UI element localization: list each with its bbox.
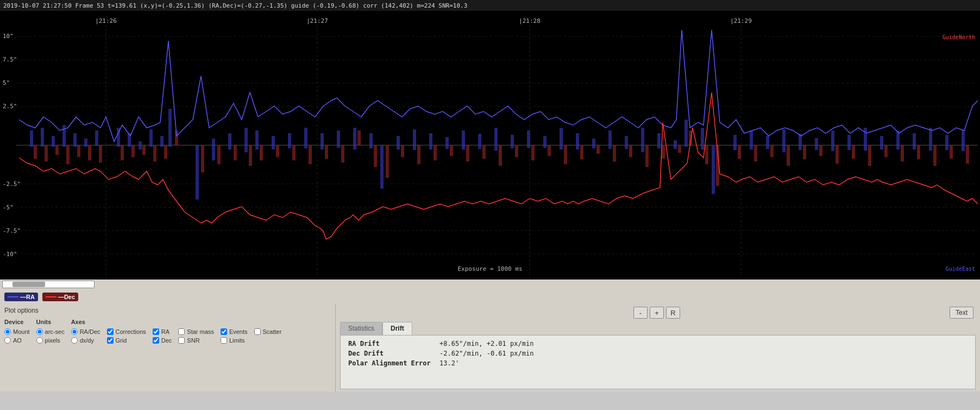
svg-rect-120	[450, 145, 453, 156]
svg-rect-92	[45, 145, 48, 161]
units-arcsec-radio[interactable]	[36, 328, 43, 335]
ra-drift-label: RA Drift	[348, 340, 435, 347]
scrollbar-track[interactable]	[2, 281, 95, 288]
tabs-area: Statistics Drift	[340, 322, 976, 335]
events-checkbox[interactable]	[221, 328, 227, 335]
dec-checkbox[interactable]	[153, 337, 159, 344]
legend-ra-label: —RA	[20, 294, 35, 300]
legend-ra: —RA	[4, 293, 38, 301]
svg-text:-10": -10"	[3, 251, 17, 258]
svg-text:|21:29: |21:29	[730, 17, 752, 24]
svg-rect-151	[950, 145, 953, 159]
dec-option[interactable]: Dec	[153, 337, 172, 344]
svg-rect-46	[255, 131, 259, 150]
svg-rect-124	[515, 145, 518, 157]
svg-rect-70	[641, 128, 644, 152]
svg-rect-62	[511, 135, 514, 148]
svg-rect-33	[73, 133, 77, 147]
svg-rect-87	[913, 133, 916, 150]
snr-option[interactable]: SNR	[178, 337, 214, 344]
corrections-option[interactable]: Corrections	[107, 328, 146, 335]
svg-rect-66	[576, 133, 579, 150]
polar-error-label: Polar Alignment Error	[348, 359, 435, 367]
chart-svg: 10" 7.5" 5" 2.5" -2.5" -5" -7.5" -10" |2…	[0, 11, 980, 279]
dec-line-indicator	[46, 296, 56, 297]
svg-text:5": 5"	[3, 79, 10, 86]
drift-tab[interactable]: Drift	[382, 322, 412, 335]
dec-drift-label: Dec Drift	[348, 350, 435, 357]
axes-radec-label: RA/Dec	[80, 328, 100, 335]
svg-rect-73	[684, 120, 688, 147]
svg-rect-84	[864, 128, 867, 151]
ra-drift-row: RA Drift +8.65"/min, +2.01 px/min	[348, 340, 968, 347]
svg-rect-110	[292, 145, 296, 160]
checkboxes-group-2: RA Dec	[153, 319, 172, 344]
svg-rect-100	[142, 145, 146, 155]
corrections-checkbox[interactable]	[107, 328, 114, 335]
panel-content: RA Drift +8.65"/min, +2.01 px/min Dec Dr…	[340, 335, 976, 389]
events-option[interactable]: Events	[221, 328, 248, 335]
svg-rect-83	[847, 135, 851, 150]
svg-rect-116	[386, 145, 389, 178]
svg-rect-125	[531, 145, 535, 160]
grid-checkbox[interactable]	[107, 337, 114, 344]
axes-dxdy-radio[interactable]	[71, 337, 78, 344]
snr-checkbox[interactable]	[178, 337, 185, 344]
ra-option[interactable]: RA	[153, 328, 172, 335]
svg-rect-108	[260, 145, 263, 160]
starmass-checkbox[interactable]	[178, 328, 185, 335]
svg-rect-77	[750, 131, 753, 150]
starmass-option[interactable]: Star mass	[178, 328, 214, 335]
svg-rect-53	[369, 133, 373, 148]
svg-rect-57	[429, 133, 432, 150]
zoom-minus-button[interactable]: -	[633, 307, 648, 319]
units-pixels-radio[interactable]	[36, 337, 43, 344]
zoom-reset-button[interactable]: R	[666, 307, 680, 319]
scrollbar-area	[0, 279, 980, 289]
axes-radec-option[interactable]: RA/Dec	[71, 328, 100, 335]
zoom-plus-button[interactable]: +	[650, 307, 664, 319]
units-arcsec-option[interactable]: arc-sec	[36, 328, 65, 335]
svg-rect-93	[55, 145, 59, 155]
statistics-tab[interactable]: Statistics	[340, 322, 382, 335]
svg-rect-79	[782, 129, 786, 152]
svg-rect-38	[139, 141, 142, 150]
svg-rect-94	[66, 145, 70, 164]
device-ao-radio[interactable]	[4, 337, 11, 344]
starmass-spacer	[178, 319, 214, 325]
legend-dec-label: —Dec	[58, 294, 75, 300]
svg-rect-152	[966, 145, 969, 164]
scatter-checkbox[interactable]	[254, 328, 261, 335]
svg-rect-51	[337, 131, 340, 148]
units-pixels-option[interactable]: pixels	[36, 337, 65, 344]
svg-rect-132	[645, 145, 649, 167]
svg-rect-133	[662, 145, 665, 159]
svg-rect-104	[201, 145, 204, 172]
limits-option[interactable]: Limits	[221, 337, 248, 344]
zoom-controls: - + R	[633, 307, 680, 319]
device-mount-label: Mount	[13, 328, 30, 335]
axes-dxdy-option[interactable]: dx/dy	[71, 337, 100, 344]
svg-rect-72	[674, 140, 677, 149]
svg-rect-123	[499, 145, 502, 166]
device-mount-option[interactable]: Mount	[4, 328, 30, 335]
scrollbar-thumb[interactable]	[12, 282, 45, 287]
ra-checkbox[interactable]	[153, 328, 159, 335]
svg-rect-144	[835, 145, 839, 164]
limits-checkbox[interactable]	[221, 337, 227, 344]
svg-rect-149	[917, 145, 920, 159]
dec-label: Dec	[161, 337, 172, 344]
svg-rect-47	[272, 136, 275, 150]
svg-text:|21:28: |21:28	[519, 17, 541, 24]
svg-text:10": 10"	[3, 33, 14, 40]
svg-rect-81	[815, 138, 818, 150]
svg-rect-50	[321, 133, 324, 150]
text-button[interactable]: Text	[950, 307, 973, 319]
svg-rect-55	[397, 136, 400, 150]
grid-option[interactable]: Grid	[107, 337, 146, 344]
axes-radec-radio[interactable]	[71, 328, 78, 335]
device-mount-radio[interactable]	[4, 328, 11, 335]
scatter-option[interactable]: Scatter	[254, 328, 282, 335]
device-ao-option[interactable]: AO	[4, 337, 30, 344]
svg-rect-49	[304, 128, 307, 148]
